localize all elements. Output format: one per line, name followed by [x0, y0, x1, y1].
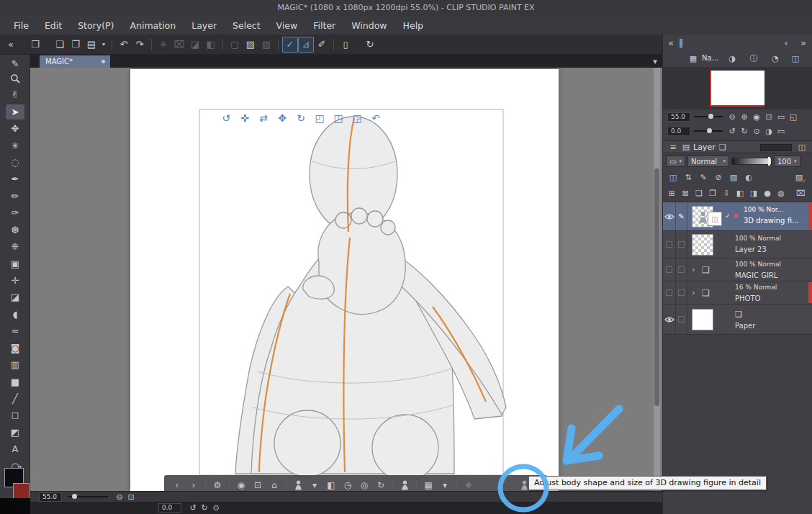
navigator-rotate-slider[interactable]	[694, 130, 723, 132]
layer-thumbnail[interactable]	[692, 234, 713, 256]
prev-pose-icon[interactable]: ‹	[170, 478, 184, 491]
rotation-value[interactable]: 0.0	[158, 503, 181, 513]
layer-search-box[interactable]	[760, 144, 792, 151]
view-rotate-icon[interactable]: ↻	[362, 37, 378, 53]
zoom-value[interactable]: 55.0	[39, 492, 62, 502]
ruler-pen-icon[interactable]: ✐	[314, 37, 330, 53]
menu-filter[interactable]: Filter	[305, 20, 343, 31]
rotate-left-icon[interactable]: ↺	[187, 502, 199, 514]
blend-mode-combo[interactable]: Normal ▾	[687, 155, 729, 167]
canvas-page[interactable]: ↺ ✜ ⇄ ✥ ↻ ◰ ◳ ◲ ↶ ‹ › ⚙ ◉	[130, 69, 559, 491]
menu-animation[interactable]: Animation	[122, 20, 184, 31]
zoom-slider-knob[interactable]	[72, 494, 77, 499]
nav-rotate-reset-icon[interactable]: ⊙	[751, 125, 762, 137]
collapse-left-icon[interactable]: «	[3, 37, 19, 53]
new-layer-icon[interactable]: ⊞	[666, 188, 677, 199]
nav-zoom-in-icon[interactable]: ⊕	[739, 111, 750, 122]
navigator-rotation-value[interactable]: 0.0	[667, 127, 690, 136]
tab-navigator[interactable]: Na...	[702, 54, 718, 62]
navigator-zoom-value[interactable]: 55.0	[667, 112, 690, 122]
layer-row-3d-figure[interactable]: ✎ ◫ ✓ ✖ 100 % Nor... 3D drawing fi...	[663, 202, 812, 231]
layer-visibility-toggle[interactable]	[663, 231, 676, 258]
tool-text[interactable]: A	[6, 441, 24, 456]
open-file-icon[interactable]: ❐	[68, 37, 84, 53]
layer-mask-icon[interactable]: ●	[762, 188, 773, 199]
snapshot-icon[interactable]: ◎	[357, 478, 371, 491]
layer-edit-target[interactable]	[676, 305, 687, 334]
nav-rotate-right-icon[interactable]: ↻	[739, 125, 750, 137]
sub-color-swatch[interactable]	[13, 483, 30, 500]
nav-zoom-out-icon[interactable]: ⊖	[726, 111, 738, 122]
folder-expander-icon[interactable]: ›	[692, 288, 695, 297]
tab-overflow-icon[interactable]: ▾	[649, 55, 661, 67]
tool-transform[interactable]: ✛	[6, 273, 24, 288]
lock-panel-icon[interactable]: ◫	[667, 171, 679, 183]
tool-lasso[interactable]: ◌	[6, 155, 24, 170]
3d-figure[interactable]	[130, 69, 559, 491]
tool-line[interactable]: ╱	[6, 391, 24, 406]
snap-to-special-ruler-icon[interactable]: ⊿	[298, 37, 314, 53]
brush-shape-combo[interactable]: ▭ ▾	[666, 155, 685, 167]
object-front-view-icon[interactable]: ◰	[313, 112, 326, 125]
menu-view[interactable]: View	[269, 20, 306, 31]
rotate-reset-icon[interactable]: ⊙	[210, 502, 222, 514]
nav-reset-view-icon[interactable]: ▭	[775, 125, 787, 137]
nav-rotate-left-icon[interactable]: ↺	[726, 125, 738, 137]
fit-to-window-icon[interactable]: ⊡	[125, 491, 137, 502]
panel-prev-icon[interactable]: ‹	[778, 35, 794, 50]
layer-list-mode-icon[interactable]: ◫	[796, 141, 808, 153]
snap-to-ruler-icon[interactable]: ✓	[282, 37, 298, 53]
panel-pin-icon[interactable]: ‖	[673, 35, 689, 50]
lock-alpha-icon[interactable]: ▨	[728, 171, 739, 183]
layer-row-layer23[interactable]: 100 % Normal Layer 23	[663, 231, 812, 258]
tool-eraser[interactable]: ◪	[6, 289, 24, 305]
new-folder-icon[interactable]: ❏	[693, 188, 705, 199]
document-tab[interactable]: MAGIC*	[40, 55, 110, 68]
layer-color-tag[interactable]	[808, 282, 812, 303]
object-move-icon[interactable]: ✥	[276, 112, 289, 125]
layer-edit-target[interactable]	[676, 231, 687, 258]
info-icon[interactable]: ⓘ	[748, 53, 759, 64]
tool-pen[interactable]: ✒	[6, 171, 24, 186]
perspective-icon[interactable]: ⌂	[267, 478, 281, 491]
navigator-preview[interactable]	[663, 67, 812, 109]
workspace-icon[interactable]: ❒	[27, 37, 43, 53]
nav-flip-horizontal-icon[interactable]: ◑	[763, 125, 775, 137]
nav-fit-window-icon[interactable]: ⊡	[763, 111, 775, 122]
navigator-zoom-knob[interactable]	[708, 114, 713, 119]
menu-help[interactable]: Help	[395, 20, 432, 31]
tool-brush[interactable]: ✑	[6, 205, 24, 220]
layer-subtool-thumbnail[interactable]: ◫	[708, 212, 722, 226]
lock-layer-icon[interactable]: ⊘	[713, 171, 724, 183]
layer-edit-target[interactable]	[676, 258, 687, 281]
tool-auto-select[interactable]: ✳	[6, 138, 24, 153]
object-side-view-icon[interactable]: ◲	[351, 112, 364, 125]
subview-icon[interactable]: ◑	[726, 53, 738, 64]
material-panel-icon[interactable]: ▯	[338, 37, 353, 53]
opacity-knob[interactable]	[768, 157, 770, 166]
layer-row-paper[interactable]: ❑ Paper	[663, 305, 812, 335]
transfer-down-icon[interactable]: ⇩	[721, 188, 732, 199]
layer-visibility-toggle[interactable]	[663, 305, 676, 334]
menu-layer[interactable]: Layer	[184, 20, 225, 31]
layer-row-photo[interactable]: › ❏ 16 % Normal PHOTO	[663, 281, 812, 305]
new-vector-layer-icon[interactable]: ⊠	[680, 188, 691, 199]
tool-gradient[interactable]: ▥	[6, 357, 24, 372]
apply-mask-icon[interactable]: ◍	[775, 188, 787, 199]
tool-liquify[interactable]: ≈	[6, 323, 24, 338]
grid-dropdown-icon[interactable]: ▾	[438, 478, 452, 491]
rotate-right-icon[interactable]: ↻	[199, 502, 210, 514]
reset-camera-icon[interactable]: ↻	[374, 478, 388, 491]
layer-edit-target[interactable]: ✎	[676, 202, 687, 230]
menu-window[interactable]: Window	[343, 20, 394, 31]
navigator-zoom-slider[interactable]	[694, 116, 723, 117]
mirror-pose-icon[interactable]: ◧	[324, 478, 338, 491]
zoom-slider[interactable]	[68, 496, 108, 497]
camera-icon[interactable]: ◉	[234, 478, 248, 491]
tool-object[interactable]: ➤	[6, 104, 24, 120]
clock-icon[interactable]: ◷	[340, 478, 355, 491]
folder-expander-icon[interactable]: ›	[692, 265, 695, 274]
reset-pose-icon[interactable]: ↶	[369, 112, 382, 125]
menu-edit[interactable]: Edit	[37, 20, 70, 31]
layer-thumbnail[interactable]	[692, 309, 713, 330]
